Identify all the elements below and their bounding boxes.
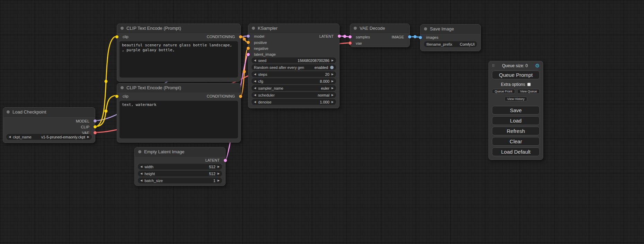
widget-ckpt-name[interactable]: ◀ ckpt_name v1-5-pruned-emaonly.ckpt ▶ xyxy=(6,134,92,140)
save-button[interactable]: Save xyxy=(492,106,540,115)
combo-next-icon[interactable]: ▶ xyxy=(87,134,89,140)
output-port-conditioning[interactable] xyxy=(239,95,242,98)
load-button[interactable]: Load xyxy=(492,116,540,125)
combo-prev-icon[interactable]: ◀ xyxy=(254,92,256,98)
extra-options-label: Extra options xyxy=(501,82,525,87)
node-clip-text-encode-positive[interactable]: CLIP Text Encode (Prompt) clip CONDITION… xyxy=(117,24,241,82)
widget-sampler-name[interactable]: ◀ sampler_name euler ▶ xyxy=(252,85,336,91)
view-queue-button[interactable]: View Queue xyxy=(517,89,540,94)
wire-midpoint-dot xyxy=(343,35,346,38)
output-label-clip: CLIP xyxy=(81,124,89,130)
widget-filename-prefix[interactable]: filename_prefix ComfyUI xyxy=(424,41,477,47)
output-port-latent[interactable] xyxy=(338,35,341,38)
widget-scheduler[interactable]: ◀ scheduler normal ▶ xyxy=(252,92,336,98)
collapse-dot-icon[interactable] xyxy=(424,27,427,30)
increment-icon[interactable]: ▶ xyxy=(332,78,334,84)
node-title-bar[interactable]: Save Image xyxy=(421,25,480,34)
node-save-image[interactable]: Save Image images filename_prefix ComfyU… xyxy=(420,24,481,51)
increment-icon[interactable]: ▶ xyxy=(332,57,334,63)
widget-seed[interactable]: ◀ seed 156680208700286 ▶ xyxy=(252,57,336,63)
output-port-clip[interactable] xyxy=(94,125,97,128)
input-label-positive: positive xyxy=(254,40,267,45)
input-port-latent-image[interactable] xyxy=(247,53,250,56)
decrement-icon[interactable]: ◀ xyxy=(140,171,142,177)
collapse-dot-icon[interactable] xyxy=(252,27,255,30)
collapse-dot-icon[interactable] xyxy=(138,150,141,153)
clear-button[interactable]: Clear xyxy=(492,137,540,146)
widget-denoise[interactable]: ◀ denoise 1.000 ▶ xyxy=(252,99,336,105)
node-title-bar[interactable]: KSampler xyxy=(248,24,339,33)
input-port-clip[interactable] xyxy=(115,95,118,98)
input-port-clip[interactable] xyxy=(115,35,118,38)
output-port-image[interactable] xyxy=(408,35,411,38)
wire-midpoint-dot xyxy=(105,110,108,113)
view-history-button[interactable]: View History xyxy=(504,97,527,101)
input-label-negative: negative xyxy=(254,46,268,51)
wire-clip-to-positive-prompt xyxy=(95,36,117,127)
refresh-button[interactable]: Refresh xyxy=(492,127,540,135)
input-port-model[interactable] xyxy=(247,35,250,38)
toggle-knob-icon[interactable] xyxy=(330,66,334,69)
collapse-dot-icon[interactable] xyxy=(121,27,124,30)
node-title-bar[interactable]: Empty Latent Image xyxy=(135,147,225,156)
combo-prev-icon[interactable]: ◀ xyxy=(254,85,256,91)
combo-prev-icon[interactable]: ◀ xyxy=(9,134,11,140)
increment-icon[interactable]: ▶ xyxy=(332,71,334,77)
increment-icon[interactable]: ▶ xyxy=(218,164,220,170)
node-title-bar[interactable]: CLIP Text Encode (Prompt) xyxy=(117,24,240,33)
decrement-icon[interactable]: ◀ xyxy=(140,164,142,170)
node-load-checkpoint[interactable]: Load Checkpoint MODEL CLIP VAE ◀ ckpt_na… xyxy=(3,107,95,143)
node-empty-latent-image[interactable]: Empty Latent Image LATENT ◀ width 512 ▶ … xyxy=(134,147,226,186)
collapse-dot-icon[interactable] xyxy=(7,110,10,114)
input-port-positive[interactable] xyxy=(247,41,250,44)
node-clip-text-encode-negative[interactable]: CLIP Text Encode (Prompt) clip CONDITION… xyxy=(117,83,241,143)
increment-icon[interactable]: ▶ xyxy=(218,171,220,177)
widget-batch-size[interactable]: ◀ batch_size 1 ▶ xyxy=(138,178,222,183)
widget-height[interactable]: ◀ height 512 ▶ xyxy=(138,171,222,177)
input-port-vae[interactable] xyxy=(349,42,352,45)
input-label-vae: vae xyxy=(356,40,362,46)
prompt-textarea[interactable]: beautiful scenery nature glass bottle la… xyxy=(120,41,238,78)
output-port-vae[interactable] xyxy=(94,131,97,134)
decrement-icon[interactable]: ◀ xyxy=(254,57,256,63)
node-title-bar[interactable]: VAE Decode xyxy=(350,24,409,33)
widget-steps[interactable]: ◀ steps 20 ▶ xyxy=(252,71,336,77)
collapse-dot-icon[interactable] xyxy=(354,27,357,30)
queue-front-button[interactable]: Queue Front xyxy=(492,89,515,94)
decrement-icon[interactable]: ◀ xyxy=(254,78,256,84)
input-port-negative[interactable] xyxy=(247,47,250,50)
output-port-conditioning[interactable] xyxy=(239,35,242,38)
collapse-dot-icon[interactable] xyxy=(121,86,124,89)
combo-next-icon[interactable]: ▶ xyxy=(332,92,334,98)
increment-icon[interactable]: ▶ xyxy=(332,99,334,105)
widget-width[interactable]: ◀ width 512 ▶ xyxy=(138,164,222,170)
increment-icon[interactable]: ▶ xyxy=(218,178,220,183)
node-graph-canvas[interactable]: Load Checkpoint MODEL CLIP VAE ◀ ckpt_na… xyxy=(0,0,644,244)
queue-prompt-button[interactable]: Queue Prompt xyxy=(492,71,540,79)
widget-random-seed-toggle[interactable]: Random seed after every gen enabled xyxy=(252,64,336,70)
prompt-textarea[interactable]: text, watermark xyxy=(120,101,238,138)
node-ksampler[interactable]: KSampler model positive negative latent_… xyxy=(248,24,339,108)
input-label-latent-image: latent_image xyxy=(254,52,276,57)
input-port-samples[interactable] xyxy=(349,35,352,38)
decrement-icon[interactable]: ◀ xyxy=(140,178,142,183)
decrement-icon[interactable]: ◀ xyxy=(254,99,256,105)
output-port-model[interactable] xyxy=(94,119,97,123)
decrement-icon[interactable]: ◀ xyxy=(254,71,256,77)
wire-clip-to-negative-prompt xyxy=(95,96,117,127)
node-title-bar[interactable]: Load Checkpoint xyxy=(3,108,95,117)
combo-next-icon[interactable]: ▶ xyxy=(332,85,334,91)
drag-handle-icon[interactable]: ⠿ xyxy=(492,64,495,68)
node-title-bar[interactable]: CLIP Text Encode (Prompt) xyxy=(117,83,240,92)
output-label-conditioning: CONDITIONING xyxy=(207,34,235,39)
output-label-model: MODEL xyxy=(76,118,89,124)
load-default-button[interactable]: Load Default xyxy=(492,147,540,156)
widget-cfg[interactable]: ◀ cfg 8.000 ▶ xyxy=(252,78,336,84)
node-vae-decode[interactable]: VAE Decode samples vae IMAGE xyxy=(350,24,410,47)
extra-options-checkbox[interactable] xyxy=(527,83,531,86)
output-port-latent[interactable] xyxy=(224,159,227,162)
settings-gear-icon[interactable]: ⚙ xyxy=(535,63,540,68)
input-port-images[interactable] xyxy=(419,36,422,39)
wire-midpoint-dot xyxy=(243,38,246,41)
node-title: CLIP Text Encode (Prompt) xyxy=(126,26,181,31)
